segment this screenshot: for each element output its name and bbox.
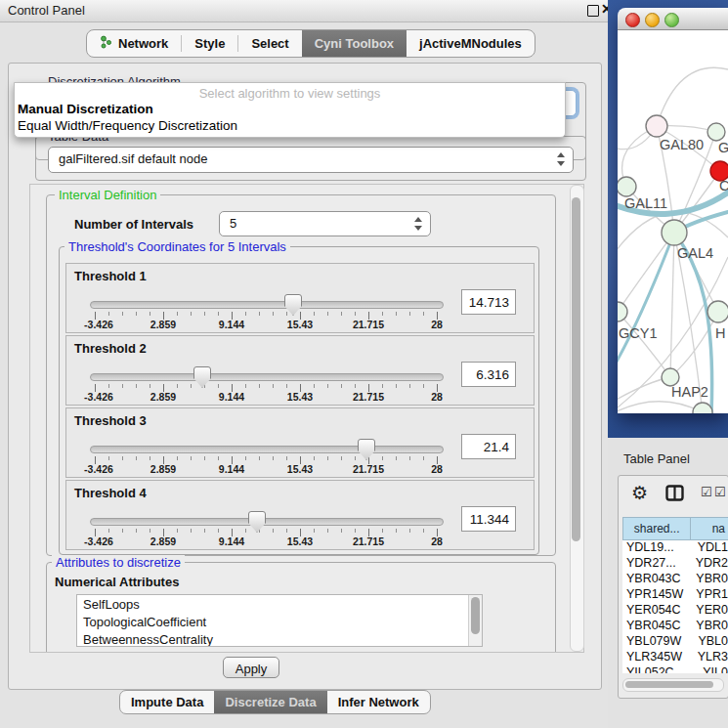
dropdown-option-manual[interactable]: Manual Discretization bbox=[18, 102, 153, 116]
list-item[interactable]: SelfLoops bbox=[77, 595, 482, 613]
table-row[interactable]: YBL079WYBL0 bbox=[622, 634, 728, 650]
bottom-tabbar: Impute Data Discretize Data Infer Networ… bbox=[119, 690, 431, 714]
node-gal11[interactable] bbox=[618, 177, 636, 196]
table-row[interactable]: YIL052CYIL0 bbox=[622, 665, 728, 673]
tab-label: Select bbox=[251, 36, 288, 51]
scrollbar-thumb[interactable] bbox=[471, 597, 480, 634]
network-view-panel: GAL80 GA GAL11 GAL4 GCY1 H HAP2 C bbox=[608, 0, 728, 438]
threshold-label: Threshold 4 bbox=[74, 486, 147, 500]
combobox-value: 5 bbox=[230, 216, 236, 231]
cell: YBL0 bbox=[692, 634, 728, 650]
node-bottom[interactable] bbox=[693, 403, 712, 413]
table-data-combobox[interactable]: galFiltered.sif default node bbox=[48, 147, 574, 173]
cell: YBL079W bbox=[622, 634, 692, 650]
group-title: Threshold's Coordinates for 5 Intervals bbox=[64, 239, 290, 254]
slider-track[interactable] bbox=[90, 518, 444, 526]
number-of-intervals-combobox[interactable]: 5 bbox=[219, 211, 431, 236]
tick-label: 2.859 bbox=[150, 535, 176, 547]
node-gal80[interactable] bbox=[646, 115, 667, 137]
scrollbar-thumb[interactable] bbox=[625, 681, 713, 688]
panel-scrollbar[interactable] bbox=[570, 185, 584, 652]
tab-cyni-toolbox[interactable]: Cyni Toolbox bbox=[302, 30, 407, 57]
tick-label: -3.426 bbox=[84, 391, 113, 403]
cell: YPR1 bbox=[690, 587, 728, 603]
tab-label: Discretize Data bbox=[225, 695, 316, 709]
panel-title: Control Panel bbox=[8, 3, 85, 18]
control-panel-titlebar: Control Panel ✕ bbox=[0, 0, 608, 22]
table-row[interactable]: YLR345WYLR3 bbox=[622, 650, 728, 665]
tick-label: 9.144 bbox=[219, 319, 244, 330]
tab-label: Style bbox=[194, 36, 225, 51]
network-window[interactable]: GAL80 GA GAL11 GAL4 GCY1 H HAP2 C bbox=[618, 8, 728, 413]
column-header-name[interactable]: na bbox=[690, 517, 728, 540]
combobox-value: galFiltered.sif default node bbox=[59, 151, 207, 166]
algorithm-dropdown-popup: Select algorithm to view settings Manual… bbox=[14, 82, 566, 138]
minimize-traffic-light-icon[interactable] bbox=[645, 13, 660, 27]
slider-track[interactable] bbox=[90, 446, 444, 453]
cell: YLR345W bbox=[622, 650, 692, 665]
attributes-list[interactable]: SelfLoops TopologicalCoefficient Between… bbox=[76, 594, 483, 647]
gear-icon[interactable]: ⚙ bbox=[631, 482, 648, 504]
cell: YIL052C bbox=[622, 665, 697, 673]
zoom-traffic-light-icon[interactable] bbox=[664, 13, 679, 27]
table-row[interactable]: YDR27...YDR2 bbox=[622, 556, 728, 572]
horizontal-scrollbar[interactable] bbox=[622, 678, 724, 692]
list-item[interactable]: BetweennessCentrality bbox=[77, 630, 482, 647]
list-item[interactable]: TopologicalCoefficient bbox=[77, 613, 482, 630]
tab-select[interactable]: Select bbox=[238, 30, 301, 57]
tick-label: -3.426 bbox=[84, 535, 113, 547]
table-row[interactable]: YBR043CYBR0 bbox=[622, 572, 728, 587]
table-row[interactable]: YPR145WYPR1 bbox=[622, 587, 728, 603]
node-gal4[interactable] bbox=[662, 220, 687, 245]
slider-track[interactable] bbox=[90, 301, 444, 309]
number-of-intervals-label: Number of Intervals bbox=[74, 217, 193, 232]
scrollbar-thumb[interactable] bbox=[572, 197, 580, 541]
network-canvas[interactable]: GAL80 GA GAL11 GAL4 GCY1 H HAP2 C bbox=[618, 30, 728, 413]
node-label: H bbox=[715, 325, 725, 341]
control-panel: Control Panel ✕ Network Style Select Cyn… bbox=[0, 0, 608, 728]
close-traffic-light-icon[interactable] bbox=[625, 13, 640, 27]
table-panel: Table Panel ⚙ ☑ ☑ shared... na YDL19...Y… bbox=[608, 438, 728, 728]
node-h[interactable] bbox=[707, 301, 728, 322]
tab-jactivemnodules[interactable]: jActiveMNodules bbox=[407, 30, 535, 57]
node-label: GAL11 bbox=[624, 195, 667, 211]
tick-label: 21.715 bbox=[353, 391, 384, 403]
table-row[interactable]: YBR045CYBR0 bbox=[622, 619, 728, 634]
float-window-icon[interactable] bbox=[587, 5, 599, 17]
tab-discretize-data[interactable]: Discretize Data bbox=[214, 691, 326, 713]
checkbox-icon[interactable]: ☑ bbox=[714, 487, 726, 498]
list-scrollbar[interactable] bbox=[468, 595, 482, 646]
split-columns-icon[interactable] bbox=[665, 485, 684, 505]
tab-style[interactable]: Style bbox=[182, 30, 237, 57]
tab-network[interactable]: Network bbox=[87, 30, 181, 57]
network-icon bbox=[100, 35, 112, 52]
slider-track[interactable] bbox=[90, 373, 444, 381]
table-row[interactable]: YER054CYER0 bbox=[622, 603, 728, 619]
network-window-titlebar[interactable] bbox=[618, 8, 728, 30]
column-header-shared[interactable]: shared... bbox=[622, 517, 690, 540]
thresholds-group: Threshold's Coordinates for 5 Intervals … bbox=[59, 246, 539, 555]
checkbox-icon[interactable]: ☑ bbox=[701, 487, 712, 498]
tick-label: 15.43 bbox=[287, 463, 313, 475]
threshold-value-field[interactable]: 6.316 bbox=[461, 362, 516, 387]
node-top-right[interactable] bbox=[707, 123, 725, 141]
tab-infer-network[interactable]: Infer Network bbox=[327, 691, 430, 713]
cell: YDR2 bbox=[690, 556, 728, 572]
threshold-value-field[interactable]: 11.344 bbox=[461, 506, 516, 532]
cell: YBR0 bbox=[690, 572, 728, 587]
tick-label: 21.715 bbox=[353, 535, 384, 547]
tick-label: 28 bbox=[431, 391, 443, 403]
tick-label: 15.43 bbox=[287, 319, 313, 330]
tab-impute-data[interactable]: Impute Data bbox=[120, 691, 214, 713]
node-label: GA bbox=[718, 140, 728, 155]
tab-label: Network bbox=[118, 36, 168, 51]
table-row[interactable]: YDL19...YDL1 bbox=[622, 540, 728, 556]
node-gcy1[interactable] bbox=[618, 302, 627, 321]
threshold-value-field[interactable]: 14.713 bbox=[461, 289, 516, 315]
cell: YDL1 bbox=[692, 540, 728, 556]
network-graph: GAL80 GA GAL11 GAL4 GCY1 H HAP2 C bbox=[618, 30, 728, 413]
apply-button[interactable]: Apply bbox=[223, 657, 279, 678]
interval-definition-group: Interval Definition Number of Intervals … bbox=[46, 194, 556, 556]
dropdown-option-equal-width[interactable]: Equal Width/Frequency Discretization bbox=[18, 118, 237, 133]
threshold-value-field[interactable]: 21.4 bbox=[461, 434, 516, 459]
